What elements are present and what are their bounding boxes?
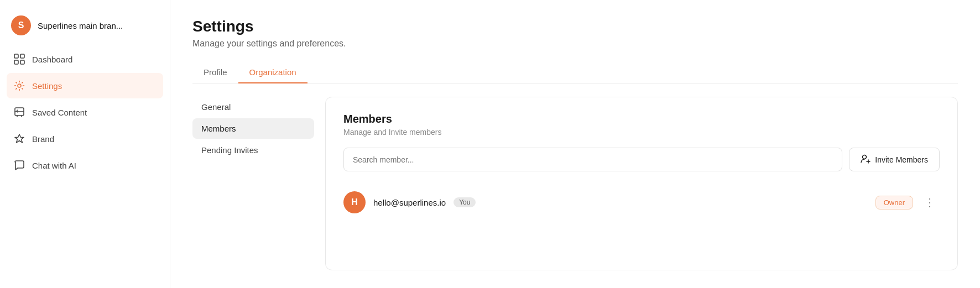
sidebar: S Superlines main bran... Dashboard: [0, 0, 170, 288]
tab-profile[interactable]: Profile: [192, 62, 238, 83]
sidebar-item-chat-with-ai[interactable]: Chat with AI: [7, 153, 163, 178]
sub-nav-members[interactable]: Members: [192, 118, 314, 139]
sidebar-item-saved-content[interactable]: Saved Content: [7, 100, 163, 125]
svg-rect-1: [20, 54, 24, 58]
search-member-input[interactable]: [343, 148, 842, 171]
member-more-button[interactable]: ⋮: [920, 193, 940, 211]
svg-point-4: [18, 84, 21, 87]
owner-badge: Owner: [875, 196, 913, 210]
svg-rect-2: [14, 60, 18, 64]
svg-point-6: [863, 155, 867, 159]
sub-nav-general[interactable]: General: [192, 97, 314, 117]
brand-name: Superlines main bran...: [38, 21, 123, 30]
sub-nav: General Members Pending Invites: [192, 97, 325, 270]
dashboard-icon: [13, 53, 25, 65]
invite-members-button[interactable]: Invite Members: [849, 148, 940, 171]
tabs: Profile Organization: [192, 62, 958, 83]
brand-icon: [13, 133, 25, 145]
sidebar-item-label-settings: Settings: [32, 81, 62, 91]
invite-button-label: Invite Members: [875, 155, 928, 164]
brand-avatar: S: [11, 15, 31, 35]
panel-title: Members: [343, 113, 940, 125]
sidebar-item-settings[interactable]: Settings: [7, 73, 163, 98]
sidebar-item-label-saved-content: Saved Content: [32, 108, 87, 117]
sidebar-item-label-brand: Brand: [32, 134, 54, 144]
member-avatar: H: [343, 191, 366, 213]
sidebar-item-label-chat: Chat with AI: [32, 161, 76, 170]
table-row: H hello@superlines.io You Owner ⋮: [343, 185, 940, 220]
main-content: Settings Manage your settings and prefer…: [170, 0, 980, 288]
member-role-area: Owner ⋮: [875, 193, 940, 211]
panel-subtitle: Manage and Invite members: [343, 128, 940, 137]
tab-organization[interactable]: Organization: [238, 62, 307, 83]
sub-nav-pending-invites[interactable]: Pending Invites: [192, 140, 314, 160]
page-subtitle: Manage your settings and preferences.: [192, 39, 958, 49]
member-email: hello@superlines.io: [373, 198, 446, 207]
sidebar-item-dashboard[interactable]: Dashboard: [7, 46, 163, 72]
saved-content-icon: [13, 106, 25, 118]
add-user-icon: [861, 154, 870, 165]
search-invite-row: Invite Members: [343, 148, 940, 171]
settings-icon: [13, 80, 25, 92]
svg-rect-0: [14, 54, 18, 58]
you-badge: You: [453, 197, 476, 207]
svg-rect-3: [20, 60, 24, 64]
sidebar-brand[interactable]: S Superlines main bran...: [0, 11, 170, 46]
sidebar-nav: Dashboard Settings Saved Content: [0, 46, 170, 178]
sidebar-item-brand[interactable]: Brand: [7, 126, 163, 151]
chat-icon: [13, 159, 25, 171]
members-panel: Members Manage and Invite members Invite…: [325, 97, 958, 270]
page-title: Settings: [192, 18, 958, 35]
content-area: General Members Pending Invites Members …: [192, 97, 958, 270]
sidebar-item-label-dashboard: Dashboard: [32, 55, 72, 64]
